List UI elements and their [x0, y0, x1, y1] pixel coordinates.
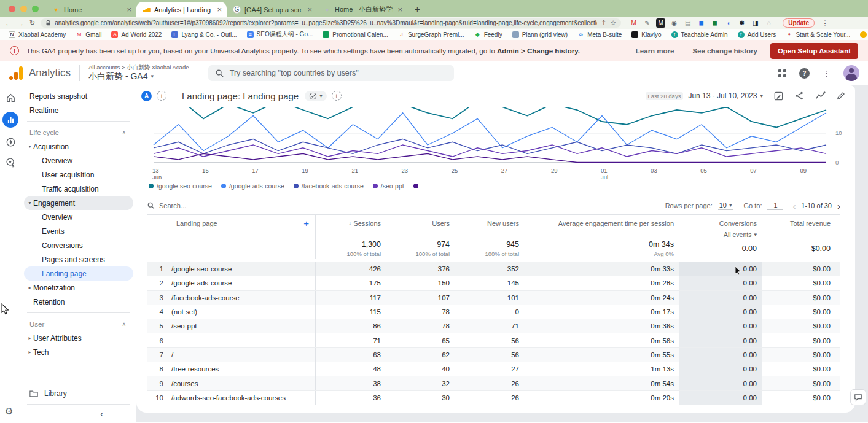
sidebar-item-monetization[interactable]: ▸Monetization [24, 281, 133, 295]
goto-page-input[interactable]: 1 [767, 201, 783, 210]
sidebar-item-user-attributes[interactable]: ▸User Attributes [24, 331, 133, 345]
apps-grid-icon[interactable] [778, 69, 786, 77]
search-input[interactable]: Try searching "top countries by users" [208, 65, 454, 81]
medium-extension-icon[interactable]: M [656, 18, 665, 28]
browser-menu-icon[interactable] [821, 19, 829, 28]
sidebar-item-realtime[interactable]: Realtime [24, 103, 133, 117]
data-quality-chip[interactable] [305, 91, 327, 101]
legend-item-2[interactable]: /facebook-ads-course [294, 182, 364, 190]
rows-per-page-select[interactable]: 10 [718, 201, 733, 210]
back-icon[interactable] [5, 20, 12, 27]
legend-item-1[interactable]: /google-ads-course [221, 182, 284, 190]
sidebar-item-user-acquisition[interactable]: User acquisition [24, 168, 133, 182]
insights-icon[interactable] [815, 91, 826, 101]
browser-tab-1[interactable]: ▃▅▇Analytics | Landing page: Land [136, 2, 227, 17]
browser-update-button[interactable]: Update [783, 18, 815, 28]
new-tab-icon[interactable] [415, 4, 420, 14]
green-extension-icon[interactable]: ◼ [710, 18, 719, 28]
bookmark-item-10[interactable]: Klaviyo [627, 31, 666, 38]
tab-close-icon[interactable] [396, 5, 404, 14]
learn-more-link[interactable]: Learn more [636, 47, 674, 55]
sidebar-item-engagement[interactable]: ▾Engagement [24, 196, 133, 210]
bookmark-item-0[interactable]: NXiaobai Academy [4, 31, 71, 38]
legend-item-4[interactable] [413, 184, 418, 188]
sidebar-item-user[interactable]: User [24, 317, 133, 331]
home-icon[interactable] [4, 91, 17, 104]
tab-close-icon[interactable] [216, 5, 223, 14]
collapse-section-icon[interactable] [122, 130, 126, 136]
bookmark-item-11[interactable]: tTeachable Admin [667, 31, 733, 38]
table-search-input[interactable]: Search... [147, 202, 186, 209]
bookmark-item-3[interactable]: LLyang & Co. - Outl... [166, 31, 241, 38]
bookmark-item-12[interactable]: tAdd Users [733, 31, 781, 38]
column-header-total-revenue[interactable]: Total revenue [762, 215, 840, 238]
add-comparison-icon[interactable] [157, 91, 166, 101]
sidebar-item-conversions[interactable]: Conversions [24, 238, 133, 252]
bookmark-item-6[interactable]: JSurgeGraph Premi... [393, 31, 469, 38]
legend-item-3[interactable]: /seo-ppt [373, 182, 404, 190]
account-switcher[interactable]: All accounts > 小白新势 Xiaobai Acade.. 小白新势… [88, 64, 192, 82]
ghost-extension-icon[interactable]: ◌ [764, 18, 773, 28]
column-header-users[interactable]: Users [386, 215, 455, 238]
bookmark-item-8[interactable]: Plann (grid view) [507, 31, 573, 38]
bookmark-item-14[interactable]: eCommerce Case... [855, 31, 868, 38]
column-header-engagement[interactable]: Average engagement time per session [524, 215, 679, 238]
sidebar-item-life-cycle[interactable]: Life cycle [24, 125, 133, 139]
next-page-icon[interactable] [837, 201, 840, 211]
previous-page-icon[interactable] [792, 201, 796, 211]
share-page-icon[interactable] [601, 19, 606, 27]
moon-extension-icon[interactable]: ◖ [724, 18, 733, 28]
add-column-icon[interactable] [303, 218, 309, 228]
pen-extension-icon[interactable]: ✎ [643, 18, 652, 28]
collapse-sidebar-icon[interactable] [100, 409, 103, 419]
sidebar-item-pages-and-screens[interactable]: Pages and screens [24, 252, 133, 266]
date-range-picker[interactable]: Jun 13 - Jul 10, 2023 [688, 91, 763, 100]
customize-report-icon[interactable] [773, 91, 784, 101]
forward-icon[interactable] [17, 20, 24, 27]
edit-report-icon[interactable] [836, 91, 846, 101]
reports-icon[interactable] [2, 112, 18, 128]
contrast-extension-icon[interactable]: ◨ [751, 18, 760, 28]
bookmark-item-1[interactable]: MGmail [71, 31, 106, 38]
share-report-icon[interactable] [794, 91, 805, 101]
browser-tab-0[interactable]: ♥Home [46, 2, 136, 17]
blue-extension-icon[interactable]: ◼ [697, 18, 706, 28]
sidebar-item-tech[interactable]: ▸Tech [24, 345, 133, 359]
star-extension-icon[interactable]: ✱ [737, 18, 746, 28]
column-header-conversions[interactable]: ConversionsAll events [679, 215, 762, 238]
sidebar-item-library[interactable]: Library [21, 386, 136, 402]
reload-icon[interactable] [29, 19, 35, 27]
sidebar-item-overview[interactable]: Overview [24, 153, 133, 168]
bookmark-item-7[interactable]: ◆Feedly [469, 31, 507, 38]
bookmark-item-2[interactable]: AAd World 2022 [106, 31, 166, 38]
feedback-button[interactable] [850, 389, 866, 405]
avatar[interactable] [843, 65, 859, 81]
sidebar-item-overview[interactable]: Overview [24, 210, 133, 224]
bookmark-item-13[interactable]: ✦Start & Scale Your... [781, 31, 855, 38]
tab-close-icon[interactable] [306, 5, 313, 14]
collapse-section-icon[interactable] [122, 321, 126, 327]
column-header-new-users[interactable]: New users [455, 215, 524, 238]
address-bar[interactable]: analytics.google.com/analytics/web/?auth… [41, 18, 621, 28]
advertising-icon[interactable] [4, 156, 17, 168]
maximize-window-icon[interactable] [32, 6, 39, 12]
bookmark-item-9[interactable]: ∞Meta B-suite [573, 31, 627, 38]
notes-extension-icon[interactable]: ▤ [683, 18, 692, 28]
see-change-history-link[interactable]: See change history [692, 47, 757, 55]
browser-tab-3[interactable]: ●Home - 小白新势学院 [317, 2, 407, 17]
explore-icon[interactable] [4, 136, 17, 148]
camera-extension-icon[interactable]: ◉ [670, 18, 679, 28]
bookmark-item-5[interactable]: Promotional Calen... [318, 31, 393, 38]
browser-tab-2[interactable]: G[GA4] Set up a scroll conversi [227, 2, 317, 17]
sidebar-item-traffic-acquisition[interactable]: Traffic acquisition [24, 182, 133, 196]
column-header-landing-page[interactable]: Landing page [171, 215, 315, 238]
sidebar-item-acquisition[interactable]: ▾Acquisition [24, 139, 133, 153]
close-window-icon[interactable] [9, 6, 15, 12]
tab-close-icon[interactable] [125, 5, 133, 14]
more-options-icon[interactable] [823, 69, 831, 78]
comparison-chip[interactable]: A [141, 91, 152, 101]
sidebar-item-landing-page[interactable]: Landing page [24, 266, 133, 281]
sidebar-item-events[interactable]: Events [24, 224, 133, 238]
column-header-sessions[interactable]: Sessions [315, 215, 386, 238]
sidebar-item-retention[interactable]: Retention [24, 295, 133, 309]
